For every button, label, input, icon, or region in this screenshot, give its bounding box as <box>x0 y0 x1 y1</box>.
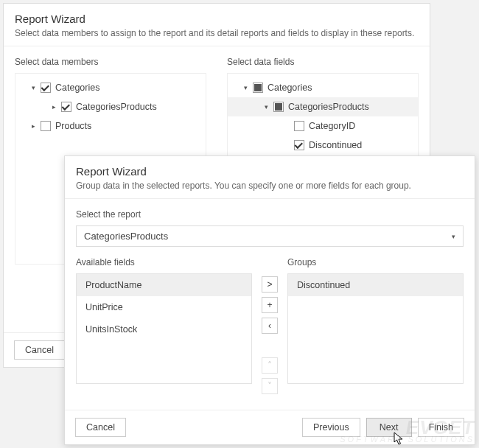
tree-row[interactable]: ▾ Categories <box>15 78 206 97</box>
tree-row-label: CategoryID <box>309 121 355 131</box>
expander-icon[interactable]: ▾ <box>241 83 250 92</box>
cancel-button[interactable]: Cancel <box>75 418 126 437</box>
add-all-button[interactable]: + <box>262 297 278 313</box>
members-label: Select data members <box>15 57 206 67</box>
checkbox[interactable] <box>273 102 284 112</box>
select-report-label: Select the report <box>76 209 464 220</box>
transfer-buttons: > + ‹ ˄ ˅ <box>259 257 280 394</box>
report-dropdown-value: CategoriesProducts <box>84 231 168 242</box>
move-up-button[interactable]: ˄ <box>262 357 278 374</box>
chevron-left-icon: ‹ <box>268 321 271 331</box>
dialog-header: Report Wizard Select data members to ass… <box>4 4 430 46</box>
checkbox[interactable] <box>294 140 304 150</box>
dialog-subtitle: Group data in the selected reports. You … <box>76 181 464 191</box>
checkbox[interactable] <box>253 83 263 93</box>
list-item[interactable]: UnitsInStock <box>77 318 251 340</box>
expander-icon[interactable]: ▾ <box>29 83 38 92</box>
cancel-button[interactable]: Cancel <box>14 340 65 360</box>
checkbox[interactable] <box>61 102 71 112</box>
dialog-body: Select the report CategoriesProducts ▾ A… <box>65 199 475 402</box>
available-fields-list[interactable]: ProductNameUnitPriceUnitsInStock <box>76 273 252 384</box>
expander-icon[interactable]: ▸ <box>49 102 58 111</box>
wizard-step-grouping: Report Wizard Group data in the selected… <box>64 155 475 445</box>
tree-row[interactable]: ▾ CategoriesProducts <box>228 97 418 116</box>
add-button[interactable]: > <box>262 276 278 293</box>
groups-label: Groups <box>287 257 464 267</box>
dialog-header: Report Wizard Group data in the selected… <box>65 156 475 199</box>
tree-row[interactable]: Discontinued <box>228 136 418 155</box>
tree-row[interactable]: CategoryID <box>228 116 418 136</box>
dialog-title: Report Wizard <box>15 13 419 25</box>
remove-button[interactable]: ‹ <box>262 318 278 334</box>
chevron-down-icon: ▾ <box>452 233 455 240</box>
chevron-down-icon: ˅ <box>268 381 272 391</box>
list-item[interactable]: Discontinued <box>288 274 463 296</box>
list-item[interactable]: ProductName <box>77 274 251 296</box>
groups-list[interactable]: Discontinued <box>287 273 464 384</box>
expander-icon[interactable]: ▸ <box>29 122 38 130</box>
chevron-up-icon: ˄ <box>268 360 272 371</box>
available-fields-label: Available fields <box>76 257 252 267</box>
tree-row-label: Categories <box>55 83 99 93</box>
report-dropdown[interactable]: CategoriesProducts ▾ <box>76 225 464 247</box>
move-down-button[interactable]: ˅ <box>262 378 278 394</box>
expander-icon[interactable] <box>282 122 291 130</box>
tree-row-label: CategoriesProducts <box>288 102 369 112</box>
checkbox[interactable] <box>294 121 304 131</box>
tree-row-label: Products <box>55 121 91 131</box>
tree-row[interactable]: ▸ Products <box>15 116 206 136</box>
tree-row-label: CategoriesProducts <box>76 102 157 112</box>
fields-label: Select data fields <box>227 57 419 67</box>
chevron-right-icon: > <box>267 279 272 290</box>
checkbox[interactable] <box>41 121 51 131</box>
tree-row-label: Discontinued <box>309 140 362 150</box>
dialog-title: Report Wizard <box>76 165 464 178</box>
tree-row-label: Categories <box>268 83 312 93</box>
dialog-subtitle: Select data members to assign to the rep… <box>15 28 419 38</box>
checkbox[interactable] <box>41 83 51 93</box>
list-item[interactable]: UnitPrice <box>77 296 251 318</box>
tree-row[interactable]: ▾ Categories <box>228 78 418 97</box>
watermark: EVGET SOFTWARE SOLUTIONS <box>340 419 475 444</box>
expander-icon[interactable] <box>282 141 291 150</box>
tree-row[interactable]: ▸ CategoriesProducts <box>15 97 206 116</box>
plus-icon: + <box>267 300 272 310</box>
expander-icon[interactable]: ▾ <box>262 102 270 111</box>
